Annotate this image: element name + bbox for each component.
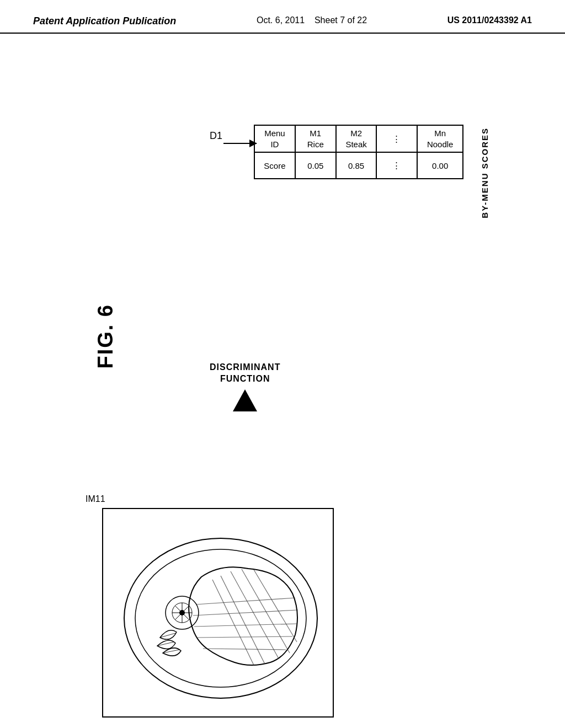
svg-point-18 xyxy=(179,610,185,615)
col-dots-header: ⋮ xyxy=(376,125,417,152)
im11-label: IM11 xyxy=(86,494,105,504)
col-mn: MnNoodle xyxy=(417,125,463,152)
svg-line-10 xyxy=(198,636,292,638)
garnish-leaves xyxy=(157,630,181,656)
col-m2: M2Steak xyxy=(336,125,377,152)
patent-number: US 2011/0243392 A1 xyxy=(447,15,532,25)
discriminant-label: DISCRIMINANTFUNCTION xyxy=(210,362,280,385)
page-header: Patent Application Publication Oct. 6, 2… xyxy=(0,0,565,34)
data-table-container: MenuID M1Rice M2Steak ⋮ MnNoodle Score 0… xyxy=(254,125,469,179)
table-header-row: MenuID M1Rice M2Steak ⋮ MnNoodle xyxy=(254,125,463,152)
table-row: Score 0.05 0.85 ⋮ 0.00 xyxy=(254,152,463,179)
svg-point-1 xyxy=(135,549,306,687)
header-center: Oct. 6, 2011 Sheet 7 of 22 xyxy=(257,15,367,25)
score-dots: ⋮ xyxy=(376,152,417,179)
main-content: FIG. 6 D1 BY-MENU SCORES MenuID M1Rice M… xyxy=(0,34,565,712)
svg-line-3 xyxy=(221,576,265,664)
food-illustration xyxy=(110,516,326,709)
svg-line-4 xyxy=(231,571,279,659)
d1-label: D1 xyxy=(210,130,222,142)
score-m1: 0.05 xyxy=(295,152,336,179)
col-menu-id: MenuID xyxy=(254,125,295,152)
col-m1: M1Rice xyxy=(295,125,336,152)
discriminant-block: DISCRIMINANTFUNCTION xyxy=(210,362,280,411)
up-arrow xyxy=(233,389,257,411)
publication-date: Oct. 6, 2011 xyxy=(257,15,305,25)
steak-shape xyxy=(189,567,298,665)
food-image xyxy=(102,508,334,718)
row-score-label: Score xyxy=(254,152,295,179)
svg-line-2 xyxy=(212,580,254,665)
d1-arrow xyxy=(223,143,257,144)
score-mn: 0.00 xyxy=(417,152,463,179)
score-m2: 0.85 xyxy=(336,152,377,179)
svg-line-8 xyxy=(193,610,298,615)
svg-point-0 xyxy=(124,538,317,698)
publication-title: Patent Application Publication xyxy=(33,15,176,27)
figure-label: FIG. 6 xyxy=(94,304,118,369)
sheet-info: Sheet 7 of 22 xyxy=(315,15,367,25)
garnish-left xyxy=(166,596,199,629)
by-menu-scores-label: BY-MENU SCORES xyxy=(480,127,489,218)
scores-table: MenuID M1Rice M2Steak ⋮ MnNoodle Score 0… xyxy=(254,125,463,179)
svg-line-6 xyxy=(254,570,297,642)
